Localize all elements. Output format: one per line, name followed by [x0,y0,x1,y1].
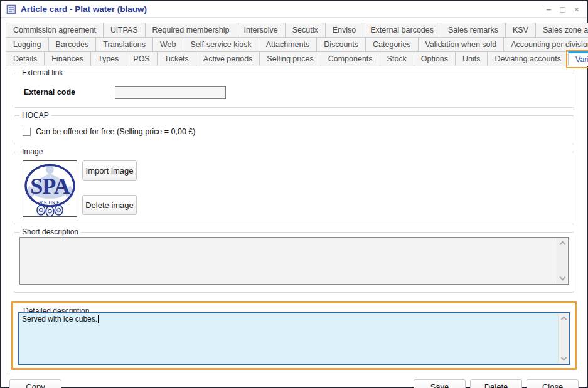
delete-image-button[interactable]: Delete image [82,195,137,215]
image-group-label: Image [19,147,45,156]
close-button-footer[interactable]: Close [527,379,579,388]
article-card-icon [6,4,16,14]
tab-units[interactable]: Units [455,51,488,66]
tab-tickets[interactable]: Tickets [157,51,196,66]
tab-enviso[interactable]: Enviso [325,23,364,38]
detailed-description-scrollbar[interactable] [558,313,569,364]
tab-discounts[interactable]: Discounts [316,37,366,52]
hocap-group: HOCAP Can be offered for free (Selling p… [14,115,574,144]
svg-text:™: ™ [70,193,73,197]
short-description-group-label: Short description [19,228,81,236]
footer-button-bar: Copy Save Delete Close [1,374,587,388]
titlebar: Article card - Plat water (blauw) – □ × [1,1,587,18]
tab-required-membership[interactable]: Required membership [145,23,237,38]
tab-page-various: External link External code HOCAP Can be… [6,66,582,374]
tab-components[interactable]: Components [321,51,380,66]
save-button[interactable]: Save [414,379,466,388]
tab-selling-prices[interactable]: Selling prices [259,51,321,66]
tab-stock[interactable]: Stock [380,51,414,66]
short-description-group: Short description [14,232,574,293]
tab-strip: Commission agreementUiTPASRequired membe… [6,23,582,66]
detailed-description-annotation: Detailed description Served with ice cub… [11,301,577,370]
tab-secutix[interactable]: Secutix [285,23,326,38]
minimize-button[interactable]: – [547,5,552,14]
detailed-description-textarea[interactable]: Served with ice cubes. [18,312,570,365]
tab-types[interactable]: Types [90,51,126,66]
tab-details[interactable]: Details [6,51,45,66]
tab-various[interactable]: Various [568,51,588,66]
tab-row-1: Commission agreementUiTPASRequired membe… [6,23,582,38]
tab-finances[interactable]: Finances [44,51,91,66]
chevron-down-icon[interactable] [560,355,567,361]
spa-logo: SPA ™ -REINE- [23,161,77,216]
external-link-group-label: External link [19,68,65,77]
tab-external-barcodes[interactable]: External barcodes [363,23,441,38]
tab-options[interactable]: Options [414,51,456,66]
tab-uitpas[interactable]: UiTPAS [103,23,146,38]
article-image: SPA ™ -REINE- [23,160,77,217]
tab-web[interactable]: Web [152,37,183,52]
tab-self-service-kiosk[interactable]: Self-service kiosk [183,37,259,52]
tab-row-3: DetailsFinancesTypesPOSTicketsActive per… [6,51,582,66]
import-image-button[interactable]: Import image [82,160,137,181]
chevron-up-icon[interactable] [559,241,565,248]
hocap-group-label: HOCAP [19,111,51,120]
tab-row-2: LoggingBarcodesTranslationsWebSelf-servi… [6,37,582,52]
tab-categories[interactable]: Categories [365,37,418,52]
copy-button[interactable]: Copy [9,379,61,388]
window-title: Article card - Plat water (blauw) [21,4,147,14]
chevron-down-icon[interactable] [559,275,565,281]
tab-logging[interactable]: Logging [6,37,49,52]
short-description-textarea[interactable] [19,237,569,285]
close-button[interactable]: × [574,5,579,14]
tab-deviating-accounts[interactable]: Deviating accounts [487,51,569,66]
tab-barcodes[interactable]: Barcodes [48,37,97,52]
detailed-description-text: Served with ice cubes. [22,315,97,323]
external-code-input[interactable] [115,86,226,99]
article-card-window: Article card - Plat water (blauw) – □ × … [0,0,588,388]
free-offer-checkbox[interactable] [23,128,31,136]
chevron-up-icon[interactable] [560,317,567,323]
tab-active-periods[interactable]: Active periods [196,51,260,66]
image-group: Image SPA ™ -REINE- [14,152,574,224]
tab-sales-remarks[interactable]: Sales remarks [441,23,506,38]
tab-intersolve[interactable]: Intersolve [237,23,286,38]
text-cursor [98,315,99,323]
short-description-scrollbar[interactable] [557,238,567,283]
window-controls: – □ × [547,5,582,14]
external-link-group: External link External code [14,73,574,108]
tab-ksv[interactable]: KSV [505,23,536,38]
tab-accounting-per-division[interactable]: Accounting per division [503,37,588,52]
tab-validation-when-sold[interactable]: Validation when sold [418,37,505,52]
free-offer-checkbox-label: Can be offered for free (Selling price =… [36,127,195,136]
maximize-button[interactable]: □ [560,5,565,14]
svg-text:SPA: SPA [30,174,70,199]
detailed-description-group: Detailed description Served with ice cub… [16,312,572,367]
tab-pos[interactable]: POS [126,51,157,66]
external-code-label: External code [24,88,115,97]
tab-commission-agreement[interactable]: Commission agreement [6,23,104,38]
tab-attachments[interactable]: Attachments [259,37,317,52]
tab-translations[interactable]: Translations [95,37,153,52]
tab-sales-zone-availability[interactable]: Sales zone availability [535,23,588,38]
delete-button[interactable]: Delete [470,379,522,388]
